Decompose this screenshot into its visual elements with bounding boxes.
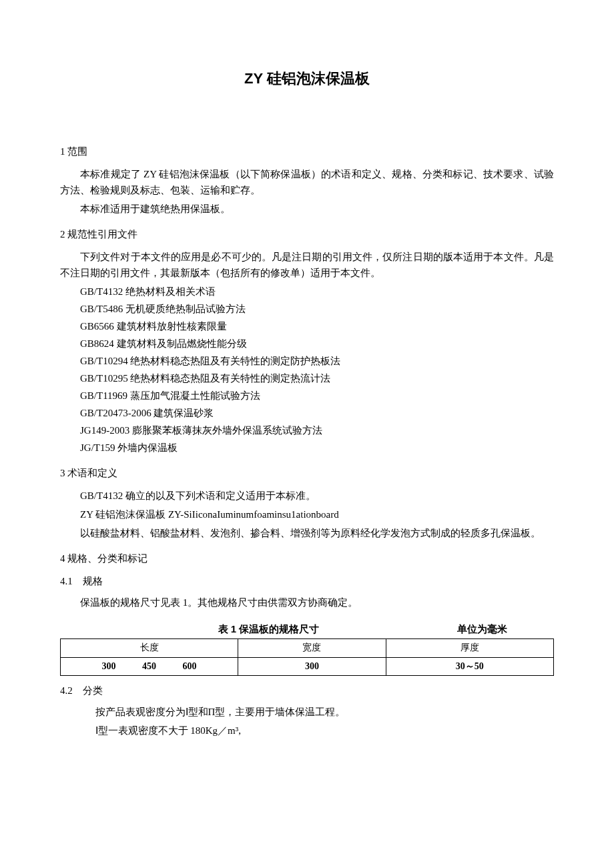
table-row: 长度 宽度 厚度 [61,639,554,657]
table-cell-thickness: 30～50 [386,657,553,675]
section-1-heading: 1 范围 [60,143,554,159]
reference-item: GB/T10295 绝热材料稳态热阻及有关特性的测定热流计法 [80,370,554,386]
table-header-thickness: 厚度 [386,639,553,657]
reference-item: GB/T4132 绝热材料及相关术语 [80,284,554,300]
reference-list: GB/T4132 绝热材料及相关术语 GB/T5486 无机硬质绝热制品试验方法… [80,284,554,456]
reference-item: GB/T20473-2006 建筑保温砂浆 [80,405,554,421]
table-caption: 表 1 保温板的规格尺寸 [80,621,457,637]
section-1-para-2: 本标准适用于建筑绝热用保温板。 [60,201,554,217]
spec-table: 长度 宽度 厚度 300 450 600 300 30～50 [60,638,554,676]
section-4-1-heading: 4.1 规格 [60,573,554,589]
section-4-2-para-1: 按产品表观密度分为Ⅰ型和Π型，主要用于墙体保温工程。 [75,704,555,720]
document-title: ZY 硅铝泡沫保温板 [60,67,554,90]
reference-item: GB/T11969 蒸压加气混凝土性能试验方法 [80,388,554,404]
reference-item: JG/T159 外墙内保温板 [80,440,554,456]
length-value: 600 [183,659,197,674]
reference-item: GB8624 建筑材料及制品燃烧性能分级 [80,336,554,352]
section-3-para-3: 以硅酸盐材料、铝酸盐材料、发泡剂、掺合料、增强剂等为原料经化学发泡方式制成的轻质… [60,525,554,541]
length-value: 300 [102,659,116,674]
table-unit: 单位为毫米 [457,621,507,637]
section-2-heading: 2 规范性引用文件 [60,226,554,242]
table-row: 300 450 600 300 30～50 [61,657,554,675]
section-4-2-heading: 4.2 分类 [60,683,554,699]
table-header-width: 宽度 [238,639,386,657]
section-2-para-1: 下列文件对于本文件的应用是必不可少的。凡是注日期的引用文件，仅所注日期的版本适用… [60,249,554,281]
reference-item: GB/T10294 绝热材料稳态热阻及有关特性的测定防护热板法 [80,353,554,369]
section-4-2-para-2: Ⅰ型一表观密度不大于 180Kg／m³, [75,723,555,739]
reference-item: GB6566 建筑材料放射性核素限量 [80,318,554,334]
section-4-heading: 4 规格、分类和标记 [60,550,554,566]
reference-item: JG149-2003 膨胀聚苯板薄抹灰外墙外保温系统试验方法 [80,422,554,438]
table-header-row: 表 1 保温板的规格尺寸 单位为毫米 [60,621,554,637]
length-value: 450 [142,659,156,674]
table-header-length: 长度 [61,639,238,657]
section-3-heading: 3 术语和定义 [60,465,554,481]
section-4-1-para-1: 保温板的规格尺寸见表 1。其他规格尺寸由供需双方协商确定。 [60,594,554,610]
reference-item: GB/T5486 无机硬质绝热制品试验方法 [80,301,554,317]
table-cell-width: 300 [238,657,386,675]
section-1-para-1: 本标准规定了 ZY 硅铝泡沫保温板（以下简称保温板）的术语和定义、规格、分类和标… [60,166,554,198]
section-3-para-2: ZY 硅铝泡沫保温板 ZY-SiIiconaIuminumfoaminsu1at… [60,506,554,522]
section-3-para-1: GB/T4132 确立的以及下列术语和定义适用于本标准。 [60,488,554,504]
table-cell-length: 300 450 600 [61,657,238,675]
